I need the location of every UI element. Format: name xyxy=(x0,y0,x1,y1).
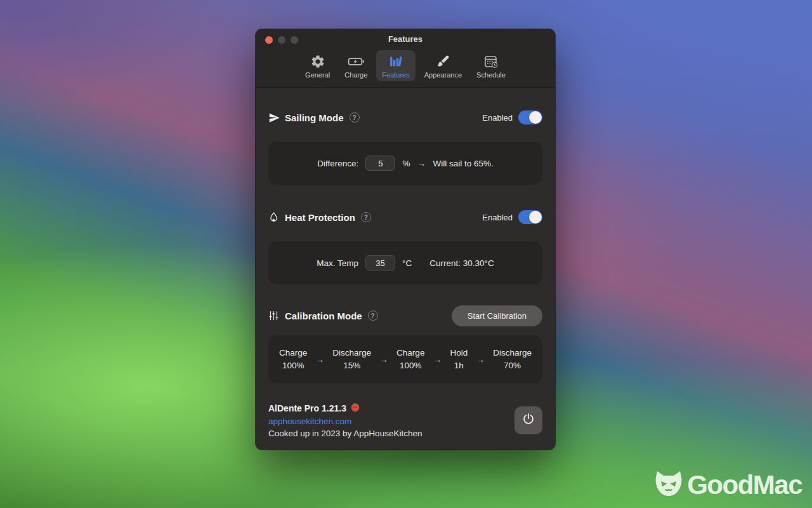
heat-protection-title: Heat Protection xyxy=(285,212,355,223)
tab-label: Charge xyxy=(344,71,367,79)
quit-power-button[interactable] xyxy=(514,406,542,434)
max-temp-label: Max. Temp xyxy=(317,258,358,268)
toolbar: General Charge Features Appearance xyxy=(256,50,555,81)
tab-label: General xyxy=(305,71,330,79)
step-value: 100% xyxy=(400,359,422,372)
celsius-unit: °C xyxy=(402,258,412,268)
sailing-mode-header: Sailing Mode ? Enabled xyxy=(268,109,542,126)
max-temp-input[interactable] xyxy=(365,255,395,271)
arrow-right-icon: → xyxy=(315,354,324,364)
window-title: Features xyxy=(256,34,555,44)
calendar-clock-icon xyxy=(483,53,499,70)
calibration-step: Discharge 15% xyxy=(332,347,371,371)
arrow-right-icon: → xyxy=(476,354,485,364)
calibration-title: Calibration Mode xyxy=(285,311,362,321)
help-icon[interactable]: ? xyxy=(361,212,371,222)
calibration-header: Calibration Mode ? Start Calibration xyxy=(268,307,542,324)
tab-schedule[interactable]: Schedule xyxy=(471,50,511,81)
tab-appearance[interactable]: Appearance xyxy=(419,50,468,81)
step-value: 70% xyxy=(504,359,521,372)
tab-label: Features xyxy=(382,71,409,79)
features-bars-icon xyxy=(388,53,404,70)
step-action: Discharge xyxy=(493,347,532,359)
arrow-right-icon: → xyxy=(417,158,426,168)
credit-text: Cooked up in 2023 by AppHouseKitchen xyxy=(268,429,422,438)
step-value: 1h xyxy=(454,359,464,372)
difference-label: Difference: xyxy=(317,159,358,168)
arrow-right-icon: → xyxy=(433,354,442,364)
heat-toggle[interactable] xyxy=(518,210,542,224)
heat-status-label: Enabled xyxy=(482,213,513,222)
aldente-window: Features General Charge Features xyxy=(256,29,555,450)
tomato-icon xyxy=(350,402,360,414)
calibration-step: Charge 100% xyxy=(279,347,307,371)
flame-icon xyxy=(268,211,282,224)
tab-label: Schedule xyxy=(476,71,506,79)
tab-features[interactable]: Features xyxy=(376,50,415,81)
step-action: Charge xyxy=(279,347,307,359)
app-version-line: AlDente Pro 1.21.3 xyxy=(268,402,422,414)
power-icon xyxy=(521,412,535,428)
window-header: Features General Charge Features xyxy=(256,29,555,88)
sail-result-text: Will sail to 65%. xyxy=(433,159,493,168)
heat-protection-header: Heat Protection ? Enabled xyxy=(268,208,542,226)
step-action: Charge xyxy=(396,347,424,359)
goodmac-text: GoodMac xyxy=(687,470,802,500)
sliders-icon xyxy=(268,310,282,321)
goodmac-watermark: GoodMac xyxy=(653,470,802,500)
app-name: AlDente Pro 1.21.3 xyxy=(268,403,346,413)
battery-charge-icon xyxy=(348,53,364,70)
toggle-knob xyxy=(529,111,542,124)
gear-icon xyxy=(310,53,326,70)
arrow-right-icon: → xyxy=(379,354,388,364)
heat-panel: Max. Temp °C Current: 30.30°C xyxy=(268,241,542,284)
calibration-step: Charge 100% xyxy=(396,347,424,371)
footer: AlDente Pro 1.21.3 apphousekitchen.com C… xyxy=(268,402,542,438)
difference-input[interactable] xyxy=(365,156,395,171)
tab-label: Appearance xyxy=(424,71,462,79)
calibration-step: Hold 1h xyxy=(450,347,468,371)
step-value: 100% xyxy=(282,359,304,372)
calibration-step: Discharge 70% xyxy=(493,347,532,371)
sailing-panel: Difference: % → Will sail to 65%. xyxy=(268,142,542,185)
step-action: Discharge xyxy=(332,347,371,359)
sailing-mode-title: Sailing Mode xyxy=(285,112,344,123)
goodmac-cat-icon xyxy=(653,470,684,500)
percent-unit: % xyxy=(402,159,410,168)
start-calibration-button[interactable]: Start Calibration xyxy=(452,305,542,326)
tab-general[interactable]: General xyxy=(299,50,336,81)
titlebar: Features xyxy=(256,29,555,50)
sailing-status-label: Enabled xyxy=(482,113,513,123)
help-icon[interactable]: ? xyxy=(350,112,360,123)
current-temp-text: Current: 30.30°C xyxy=(429,258,494,268)
sailing-toggle[interactable] xyxy=(518,110,542,124)
paper-plane-icon xyxy=(268,112,282,124)
step-value: 15% xyxy=(343,359,360,372)
apphousekitchen-link[interactable]: apphousekitchen.com xyxy=(268,417,422,426)
calibration-sequence-panel: Charge 100% → Discharge 15% → Charge 100… xyxy=(268,335,542,384)
help-icon[interactable]: ? xyxy=(368,311,378,321)
toggle-knob xyxy=(529,211,542,224)
tab-charge[interactable]: Charge xyxy=(339,50,373,81)
paintbrush-icon xyxy=(435,53,451,70)
footer-info: AlDente Pro 1.21.3 apphousekitchen.com C… xyxy=(268,402,422,438)
step-action: Hold xyxy=(450,347,468,359)
features-pane: Sailing Mode ? Enabled Difference: % → W… xyxy=(256,109,555,438)
